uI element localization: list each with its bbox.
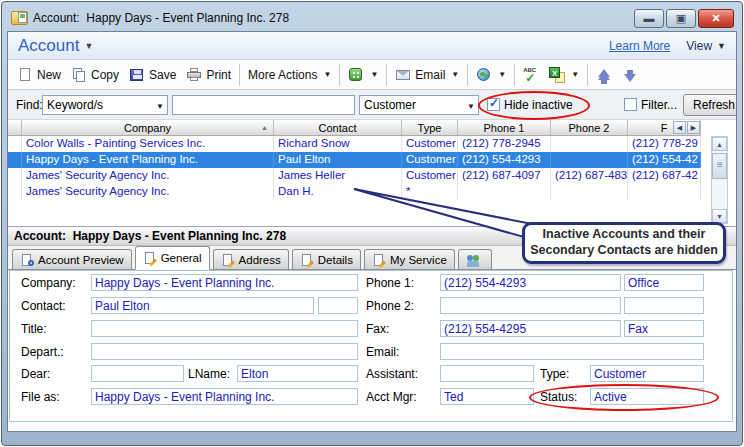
lname-field[interactable] xyxy=(237,365,358,382)
phone1-field[interactable] xyxy=(440,274,621,291)
tab-account-preview[interactable]: Account Preview xyxy=(12,249,132,269)
phone2-type-field[interactable] xyxy=(624,297,704,314)
column-header-contact[interactable]: Contact xyxy=(274,120,402,135)
contact-extra-field[interactable] xyxy=(318,297,358,314)
edit-doc-icon xyxy=(372,253,386,267)
title-bar[interactable]: Account: Happy Days - Event Planning Inc… xyxy=(7,4,737,31)
scrollbar-thumb[interactable] xyxy=(712,153,727,179)
status-field[interactable] xyxy=(590,388,704,405)
fax-type-field[interactable] xyxy=(624,320,704,337)
edit-doc-icon xyxy=(143,251,157,265)
tab-address[interactable]: Address xyxy=(213,249,289,269)
company-field[interactable] xyxy=(91,274,358,291)
column-header-phone2[interactable]: Phone 2 xyxy=(551,120,628,135)
phone1-type-field[interactable] xyxy=(624,274,704,291)
cell-fax: (212) 687-42 xyxy=(628,168,701,184)
filter-checkbox[interactable] xyxy=(624,98,637,111)
type-filter-selector[interactable]: Customer▼ xyxy=(359,95,479,115)
assistant-field[interactable] xyxy=(440,365,534,382)
depart-field[interactable] xyxy=(91,343,358,360)
tab-general[interactable]: General xyxy=(135,246,210,270)
close-button[interactable]: ✕ xyxy=(698,9,734,28)
scroll-down-icon[interactable]: ▼ xyxy=(712,209,727,223)
cell-contact: James Heller xyxy=(274,168,402,184)
web-button[interactable]: ▼ xyxy=(471,63,511,87)
move-up-button[interactable] xyxy=(591,63,617,87)
column-label: Phone 1 xyxy=(484,122,525,134)
print-button[interactable]: Print xyxy=(181,63,236,87)
filter-label: Filter... xyxy=(641,98,677,112)
find-label: Find: xyxy=(16,98,43,112)
fileas-field[interactable] xyxy=(91,388,358,405)
lname-label: LName: xyxy=(188,367,230,381)
title-field[interactable] xyxy=(91,320,358,337)
tab-contacts-partial[interactable] xyxy=(458,249,492,269)
search-field-selector[interactable]: Keyword/s▼ xyxy=(42,95,168,115)
spellcheck-button[interactable]: ABC✓ xyxy=(518,63,544,87)
acctmgr-field[interactable] xyxy=(440,388,534,405)
scroll-right-icon[interactable]: ▶ xyxy=(687,121,700,134)
view-menu[interactable]: View▼ xyxy=(686,39,726,53)
status-label: Status: xyxy=(540,390,577,404)
chevron-down-icon: ▼ xyxy=(156,102,164,111)
scroll-left-icon[interactable]: ◀ xyxy=(673,121,686,134)
chevron-down-icon: ▼ xyxy=(498,70,506,79)
cell-phone2: (212) 687-4835 xyxy=(551,168,628,184)
window-title: Account: Happy Days - Event Planning Inc… xyxy=(33,11,289,25)
cell-fax xyxy=(628,184,701,200)
grid-rows: Color Walls - Painting Services Inc. Ric… xyxy=(8,136,701,200)
cell-fax: (212) 554-42 xyxy=(628,152,701,168)
maximize-button[interactable]: ▣ xyxy=(666,9,696,28)
learn-more-link[interactable]: Learn More xyxy=(609,39,670,53)
dear-field[interactable] xyxy=(91,365,184,382)
minimize-icon: ▬ xyxy=(644,13,655,24)
page-title: Account xyxy=(18,36,79,56)
phone2-field[interactable] xyxy=(440,297,621,314)
chevron-down-icon: ▼ xyxy=(717,41,726,51)
table-row[interactable]: Color Walls - Painting Services Inc. Ric… xyxy=(8,136,701,152)
email-label: Email xyxy=(415,68,445,82)
new-button[interactable]: New xyxy=(12,63,66,87)
tab-details[interactable]: Details xyxy=(292,249,361,269)
table-row-selected[interactable]: Happy Days - Event Planning Inc. Paul El… xyxy=(8,152,701,168)
type-field[interactable] xyxy=(590,365,704,382)
hide-inactive-checkbox[interactable]: ✓ xyxy=(487,98,500,111)
email-button[interactable]: Email▼ xyxy=(390,63,464,87)
table-row[interactable]: James' Security Agency Inc. Dan H. * xyxy=(8,184,701,200)
tab-my-service[interactable]: My Service xyxy=(364,249,455,269)
toolbar-separator xyxy=(467,64,468,86)
page-title-dropdown-icon[interactable]: ▼ xyxy=(84,41,93,51)
acctmgr-label: Acct Mgr: xyxy=(366,390,417,404)
column-header-type[interactable]: Type xyxy=(402,120,458,135)
chevron-down-icon: ▼ xyxy=(451,70,459,79)
hide-inactive-label: Hide inactive xyxy=(504,98,573,112)
more-actions-button[interactable]: More Actions▼ xyxy=(243,63,336,87)
cell-type: * xyxy=(402,184,458,200)
accounts-grid: Company▲ Contact Type Phone 1 Phone 2 F … xyxy=(8,120,736,226)
envelope-icon xyxy=(395,67,411,83)
spellcheck-icon: ABC✓ xyxy=(523,67,539,83)
contact-field[interactable] xyxy=(91,297,314,314)
move-down-button[interactable] xyxy=(617,63,643,87)
maximize-icon: ▣ xyxy=(676,13,686,24)
cell-phone2 xyxy=(551,184,628,200)
search-input[interactable] xyxy=(172,95,355,115)
cell-phone1 xyxy=(458,184,551,200)
dial-button[interactable]: ▼ xyxy=(343,63,383,87)
cell-type: Customer xyxy=(402,152,458,168)
table-row[interactable]: James' Security Agency Inc. James Heller… xyxy=(8,168,701,184)
fax-field[interactable] xyxy=(440,320,621,337)
minimize-button[interactable]: ▬ xyxy=(634,9,664,28)
vertical-scrollbar[interactable]: ▲ ▼ xyxy=(711,136,728,224)
more-actions-label: More Actions xyxy=(248,68,317,82)
copy-button[interactable]: Copy xyxy=(66,63,124,87)
company-label: Company: xyxy=(21,276,76,290)
refresh-button[interactable]: Refresh xyxy=(683,94,737,116)
save-button[interactable]: Save xyxy=(124,63,181,87)
application-window: Account: Happy Days - Event Planning Inc… xyxy=(1,1,743,446)
column-header-phone1[interactable]: Phone 1 xyxy=(458,120,551,135)
scroll-up-icon[interactable]: ▲ xyxy=(712,137,727,151)
export-excel-button[interactable]: X▼ xyxy=(544,63,584,87)
column-header-company[interactable]: Company▲ xyxy=(22,120,274,135)
email-field[interactable] xyxy=(440,343,704,360)
